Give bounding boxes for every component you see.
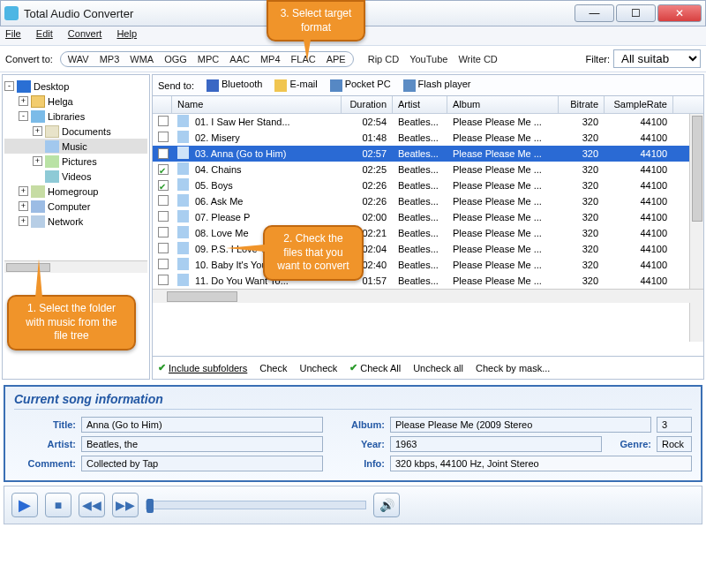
row-checkbox[interactable] bbox=[158, 132, 169, 142]
toolbar-rip-cd[interactable]: Rip CD bbox=[368, 54, 399, 64]
song-info-panel: Current song information Title: Anna (Go… bbox=[4, 385, 702, 482]
expand-icon[interactable]: + bbox=[19, 216, 28, 226]
close-button[interactable]: ✕ bbox=[657, 4, 702, 22]
horizontal-scrollbar[interactable] bbox=[153, 289, 703, 303]
forward-button[interactable]: ▶▶ bbox=[112, 493, 139, 517]
row-checkbox[interactable] bbox=[158, 211, 169, 222]
genre-field[interactable]: Rock bbox=[657, 436, 692, 452]
col-duration[interactable]: Duration bbox=[342, 96, 393, 113]
title-field[interactable]: Anna (Go to Him) bbox=[81, 417, 323, 433]
row-checkbox[interactable] bbox=[158, 275, 169, 285]
col-bitrate[interactable]: Bitrate bbox=[559, 96, 605, 113]
menu-convert[interactable]: Convert bbox=[68, 28, 102, 39]
volume-button[interactable]: 🔊 bbox=[373, 493, 400, 517]
menu-help[interactable]: Help bbox=[116, 28, 137, 39]
uncheckall-button[interactable]: Uncheck all bbox=[413, 363, 463, 373]
audio-file-icon bbox=[177, 194, 190, 207]
col-artist[interactable]: Artist bbox=[393, 96, 447, 113]
cell-samplerate: 44100 bbox=[605, 116, 673, 128]
menu-edit[interactable]: Edit bbox=[36, 28, 53, 39]
file-row[interactable]: 06. Ask Me02:26Beatles...Please Please M… bbox=[153, 193, 703, 209]
vertical-scrollbar[interactable] bbox=[689, 114, 703, 342]
col-album[interactable]: Album bbox=[447, 96, 559, 113]
file-row[interactable]: 02. Misery01:48Beatles...Please Please M… bbox=[153, 130, 703, 146]
uncheck-button[interactable]: Uncheck bbox=[299, 363, 337, 373]
tree-label: Helga bbox=[48, 96, 73, 107]
format-ogg[interactable]: OGG bbox=[164, 54, 187, 64]
row-checkbox[interactable] bbox=[158, 259, 169, 269]
format-mpc[interactable]: MPC bbox=[198, 54, 219, 64]
tree-item-network[interactable]: +Network bbox=[4, 214, 147, 229]
sendto-pocket-pc[interactable]: Pocket PC bbox=[330, 79, 391, 89]
check-by-mask-button[interactable]: Check by mask... bbox=[476, 363, 550, 373]
seek-bar[interactable] bbox=[146, 501, 366, 509]
file-row[interactable]: 08. Love Me02:21Beatles...Please Please … bbox=[153, 225, 703, 241]
expand-icon[interactable]: + bbox=[19, 186, 28, 196]
cell-duration: 01:48 bbox=[342, 132, 393, 144]
row-checkbox[interactable] bbox=[158, 227, 169, 237]
expand-icon[interactable]: + bbox=[19, 201, 28, 211]
file-row[interactable]: 07. Please P02:00Beatles...Please Please… bbox=[153, 209, 703, 225]
row-checkbox[interactable] bbox=[158, 180, 169, 191]
checkall-button[interactable]: ✔Check All bbox=[349, 362, 401, 373]
file-row[interactable]: 01. I Saw Her Stand...02:54Beatles...Ple… bbox=[153, 114, 703, 130]
tree-item-videos[interactable]: Videos bbox=[4, 169, 147, 184]
stop-button[interactable]: ■ bbox=[45, 493, 71, 517]
col-name[interactable]: Name bbox=[172, 96, 342, 113]
tree-item-helga[interactable]: +Helga bbox=[4, 94, 147, 109]
tree-item-documents[interactable]: +Documents bbox=[4, 124, 147, 139]
tree-scrollbar[interactable] bbox=[4, 260, 147, 273]
tree-item-libraries[interactable]: -Libraries bbox=[4, 109, 147, 124]
year-field[interactable]: 1963 bbox=[390, 436, 602, 452]
format-mp3[interactable]: MP3 bbox=[100, 54, 120, 64]
toolbar-write-cd[interactable]: Write CD bbox=[458, 54, 497, 64]
expand-icon[interactable]: + bbox=[19, 96, 28, 106]
expand-icon[interactable]: + bbox=[33, 156, 42, 166]
row-checkbox[interactable] bbox=[158, 148, 169, 159]
tree-item-desktop[interactable]: -Desktop bbox=[4, 79, 147, 94]
menu-file[interactable]: File bbox=[5, 28, 21, 39]
filter-select[interactable]: All suitab bbox=[613, 49, 701, 68]
desktop-icon bbox=[17, 80, 31, 93]
expand-icon[interactable]: + bbox=[33, 126, 42, 136]
file-row[interactable]: 04. Chains02:25Beatles...Please Please M… bbox=[153, 162, 703, 177]
col-samplerate[interactable]: SampleRate bbox=[605, 96, 673, 113]
grid-header[interactable]: Name Duration Artist Album Bitrate Sampl… bbox=[153, 96, 703, 114]
include-subfolders-button[interactable]: ✔Include subfolders bbox=[158, 362, 247, 373]
play-button[interactable]: ▶ bbox=[11, 493, 38, 517]
maximize-button[interactable]: ☐ bbox=[616, 4, 656, 22]
tree-item-music[interactable]: Music bbox=[4, 139, 147, 154]
format-wma[interactable]: WMA bbox=[130, 54, 154, 64]
row-checkbox[interactable] bbox=[158, 116, 169, 126]
format-mp4[interactable]: MP4 bbox=[260, 54, 281, 64]
row-checkbox[interactable] bbox=[158, 243, 169, 253]
file-row[interactable]: 11. Do You Want To...01:57Beatles...Plea… bbox=[153, 273, 703, 289]
cell-samplerate: 44100 bbox=[605, 259, 673, 271]
sendto-flash-player[interactable]: Flash player bbox=[403, 79, 471, 89]
row-checkbox[interactable] bbox=[158, 164, 169, 175]
comment-field[interactable]: Collected by Tap bbox=[81, 456, 323, 471]
expand-icon[interactable]: - bbox=[4, 81, 14, 91]
row-checkbox[interactable] bbox=[158, 195, 169, 206]
track-field[interactable]: 3 bbox=[657, 417, 692, 433]
tree-item-homegroup[interactable]: +Homegroup bbox=[4, 184, 147, 199]
check-button[interactable]: Check bbox=[259, 363, 287, 373]
file-row[interactable]: 03. Anna (Go to Him)02:57Beatles...Pleas… bbox=[153, 146, 703, 162]
cell-samplerate: 44100 bbox=[605, 147, 673, 160]
audio-file-icon bbox=[177, 258, 190, 270]
minimize-button[interactable]: — bbox=[575, 4, 614, 22]
sendto-e-mail[interactable]: E-mail bbox=[274, 79, 317, 89]
file-row[interactable]: 10. Baby It's You02:40Beatles...Please P… bbox=[153, 257, 703, 273]
artist-field[interactable]: Beatles, the bbox=[81, 436, 323, 452]
expand-icon[interactable]: - bbox=[19, 111, 28, 121]
sendto-bluetooth[interactable]: Bluetooth bbox=[207, 79, 262, 89]
toolbar-youtube[interactable]: YouTube bbox=[409, 54, 447, 64]
format-ape[interactable]: APE bbox=[327, 54, 346, 64]
file-row[interactable]: 05. Boys02:26Beatles...Please Please Me … bbox=[153, 177, 703, 193]
tree-item-computer[interactable]: +Computer bbox=[4, 199, 147, 214]
tree-item-pictures[interactable]: +Pictures bbox=[4, 154, 147, 169]
album-field[interactable]: Please Please Me (2009 Stereo bbox=[390, 417, 651, 433]
format-wav[interactable]: WAV bbox=[68, 54, 89, 64]
rewind-button[interactable]: ◀◀ bbox=[79, 493, 105, 517]
format-aac[interactable]: AAC bbox=[229, 54, 250, 64]
